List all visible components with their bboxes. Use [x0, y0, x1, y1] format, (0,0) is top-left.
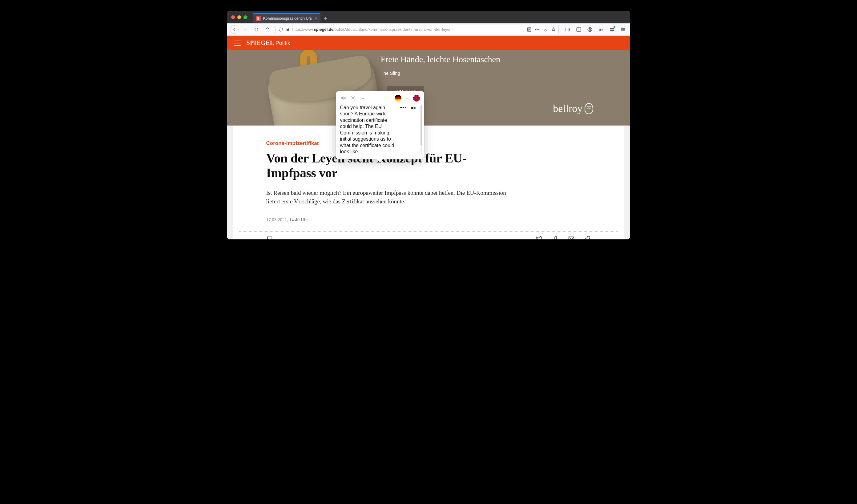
translation-text: Can you travel again soon? A Europe-wide…: [340, 105, 398, 155]
article-timestamp: 17.03.2021, 14.40 Uhr: [266, 217, 591, 223]
popup-settings-icon[interactable]: [350, 95, 356, 101]
tab-strip: S Kommissionspräsidentin Ursula × ＋: [227, 11, 630, 23]
popup-more-icon[interactable]: •••: [400, 105, 407, 111]
reload-button[interactable]: [252, 25, 261, 34]
popup-speaker-source-icon[interactable]: [340, 95, 346, 101]
lang-arrow-icon: →: [405, 96, 409, 101]
toolbar-right-icons: æ: [564, 25, 627, 34]
svg-point-9: [352, 98, 354, 99]
reader-mode-icon[interactable]: [527, 27, 532, 32]
article: Corona-Impfzertifikat Von der Leyen stel…: [233, 125, 624, 239]
svg-rect-4: [610, 28, 612, 29]
ad-banner[interactable]: Freie Hände, leichte Hosentaschen The Sl…: [227, 50, 630, 125]
address-bar[interactable]: https://www.spiegel.de/politik/deutschla…: [275, 25, 559, 34]
target-lang-flag-en[interactable]: [413, 95, 420, 102]
tab-favicon: S: [256, 16, 261, 21]
browser-tab[interactable]: S Kommissionspräsidentin Ursula ×: [253, 13, 320, 23]
browser-window: S Kommissionspräsidentin Ursula × ＋: [227, 11, 630, 239]
ad-headline: Freie Hände, leichte Hosentaschen: [381, 54, 501, 64]
lock-icon[interactable]: [286, 28, 290, 32]
tab-close-button[interactable]: ×: [314, 16, 318, 21]
twitter-icon[interactable]: [536, 236, 543, 239]
source-lang-flag-de[interactable]: [394, 95, 401, 102]
page-actions-icon[interactable]: •••: [535, 27, 540, 32]
page-viewport: SPIEGELPolitik Freie Hände, leichte Hose…: [227, 36, 630, 239]
site-menu-button[interactable]: [234, 41, 241, 46]
article-lede: Ist Reisen bald wieder möglich? Ein euro…: [266, 189, 506, 206]
window-maximize-button[interactable]: [243, 15, 247, 19]
article-kicker: Corona-Impfzertifikat: [266, 140, 591, 146]
extension-ae-icon[interactable]: æ: [597, 25, 605, 34]
back-button[interactable]: [230, 25, 239, 34]
ad-subhead: The Sling: [381, 70, 400, 76]
translation-popup: → Can you travel again soon? A Europe-wi…: [336, 91, 424, 159]
popup-pin-icon[interactable]: [360, 95, 365, 101]
window-controls: [231, 15, 247, 19]
svg-rect-7: [612, 30, 614, 31]
popup-scrollbar[interactable]: [420, 105, 422, 154]
email-icon[interactable]: [568, 236, 575, 239]
new-tab-button[interactable]: ＋: [320, 13, 330, 23]
svg-rect-6: [610, 30, 612, 31]
navigation-toolbar: https://www.spiegel.de/politik/deutschla…: [227, 23, 630, 36]
extension-puzzle-icon[interactable]: [608, 25, 616, 34]
tab-title: Kommissionspräsidentin Ursula: [263, 16, 312, 21]
site-header: SPIEGELPolitik: [227, 36, 630, 50]
share-row: [266, 232, 591, 239]
window-minimize-button[interactable]: [237, 15, 241, 19]
forward-button: [241, 25, 250, 34]
svg-point-3: [589, 28, 590, 30]
ad-brand-logo: bellroy: [553, 103, 593, 115]
home-button[interactable]: [263, 25, 272, 34]
library-icon[interactable]: [564, 25, 572, 34]
svg-rect-5: [612, 28, 614, 29]
site-brand[interactable]: SPIEGELPolitik: [247, 39, 290, 47]
sidebar-icon[interactable]: [575, 25, 583, 34]
shield-icon[interactable]: [278, 27, 283, 32]
account-icon[interactable]: [586, 25, 594, 34]
popup-speaker-target-icon[interactable]: [410, 105, 416, 111]
url-text: https://www.spiegel.de/politik/deutschla…: [292, 27, 524, 32]
comments-icon[interactable]: [266, 236, 273, 239]
pocket-icon[interactable]: [543, 27, 548, 32]
app-menu-icon[interactable]: [619, 25, 627, 34]
copy-link-icon[interactable]: [584, 236, 591, 239]
window-close-button[interactable]: [231, 15, 235, 19]
svg-rect-1: [576, 28, 581, 31]
bookmark-star-icon[interactable]: [551, 27, 556, 32]
facebook-icon[interactable]: [552, 236, 559, 239]
